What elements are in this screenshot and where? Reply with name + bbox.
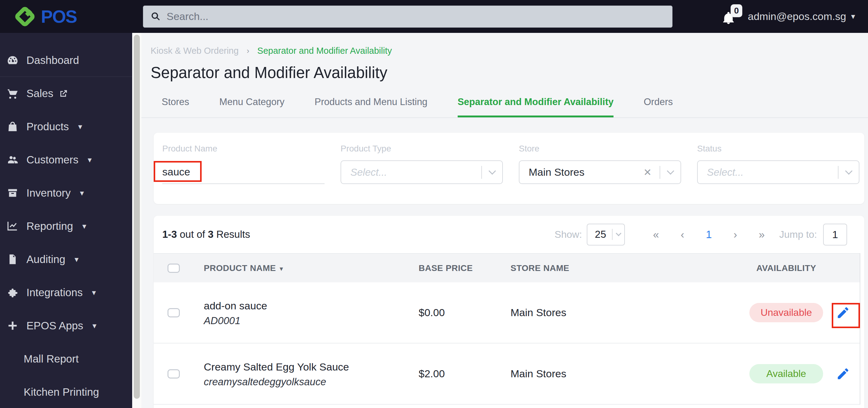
table-row: add-on sauce AD0001 $0.00 Main Stores Un…: [154, 282, 860, 344]
filter-store: Store Main Stores ✕: [519, 144, 681, 204]
document-icon: [6, 253, 19, 266]
epos-logo-icon: [13, 5, 36, 28]
jump-to-label: Jump to:: [779, 229, 817, 240]
results-panel: 1-3out of3Results Show: 25 « ‹ 1 › »: [154, 216, 864, 408]
table-header-row: PRODUCT NAME▾ BASE PRICE STORE NAME AVAI…: [154, 253, 860, 282]
store-name: Main Stores: [510, 307, 747, 319]
caret-down-icon: ▾: [82, 221, 86, 231]
sidebar-item-auditing[interactable]: Auditing ▾: [0, 243, 132, 276]
sort-caret-icon: ▾: [280, 265, 283, 273]
last-page-button[interactable]: »: [758, 228, 766, 241]
chevron-down-icon: [482, 171, 502, 174]
box-icon: [6, 187, 19, 199]
sidebar-item-epos-apps[interactable]: EPOS Apps ▾: [0, 309, 132, 342]
page-title: Separator and Modifier Availability: [151, 64, 868, 82]
chevron-down-icon: [838, 171, 859, 174]
tab-orders[interactable]: Orders: [644, 96, 673, 117]
caret-down-icon: ▾: [88, 155, 92, 165]
tab-stores[interactable]: Stores: [162, 96, 189, 117]
tabs-bar: Stores Menu Category Products and Menu L…: [142, 96, 868, 118]
sidebar-item-mall-report[interactable]: Mall Report: [0, 342, 132, 375]
product-code: AD0001: [204, 315, 418, 326]
sidebar-item-sales[interactable]: Sales: [0, 77, 132, 110]
tab-menu-category[interactable]: Menu Category: [219, 96, 285, 117]
status-placeholder: Select...: [698, 166, 838, 178]
users-icon: [6, 153, 19, 166]
sidebar-item-inventory[interactable]: Inventory ▾: [0, 176, 132, 210]
user-menu[interactable]: admin@epos.com.sg ▾: [748, 10, 855, 23]
filters-panel: Product Name Product Type Select... Stor…: [154, 133, 864, 204]
page-size-select[interactable]: 25: [587, 224, 625, 246]
dashboard-icon: [6, 54, 19, 67]
sidebar-item-kitchen-printing[interactable]: Kitchen Printing: [0, 375, 132, 408]
filter-status: Status Select...: [697, 144, 859, 204]
jump-to-input[interactable]: 1: [823, 224, 847, 246]
table-row: Creamy Salted Egg Yolk Sauce creamysalte…: [154, 344, 860, 405]
pagination: « ‹ 1 › »: [652, 228, 766, 241]
caret-down-icon: ▾: [92, 288, 96, 297]
search-input[interactable]: [143, 5, 673, 28]
sidebar-item-products[interactable]: Products ▾: [0, 110, 132, 143]
product-name: Creamy Salted Egg Yolk Sauce: [204, 360, 418, 374]
show-label: Show:: [555, 229, 582, 240]
store-label: Store: [519, 144, 681, 154]
previous-page-button[interactable]: ‹: [678, 228, 686, 241]
puzzle-icon: [6, 286, 19, 299]
breadcrumb-parent[interactable]: Kiosk & Web Ordering: [151, 46, 239, 56]
app-logo[interactable]: POS: [0, 6, 132, 27]
topbar: POS 0 admin@epos.com.sg ▾: [0, 0, 868, 33]
status-select[interactable]: Select...: [697, 160, 859, 184]
availability-table: PRODUCT NAME▾ BASE PRICE STORE NAME AVAI…: [154, 253, 860, 405]
sidebar-item-dashboard[interactable]: Dashboard: [0, 43, 132, 77]
filter-product-name: Product Name: [162, 144, 324, 204]
column-base-price: BASE PRICE: [418, 263, 510, 273]
store-selected-value: Main Stores: [520, 166, 635, 178]
product-name-input[interactable]: [162, 160, 324, 184]
product-type-label: Product Type: [341, 144, 503, 154]
product-type-select[interactable]: Select...: [341, 160, 503, 184]
main-content: Kiosk & Web Ordering › Separator and Mod…: [142, 33, 868, 408]
caret-down-icon: ▾: [78, 122, 82, 131]
filter-product-type: Product Type Select...: [341, 144, 503, 204]
row-checkbox[interactable]: [167, 308, 180, 317]
scrollbar-thumb[interactable]: [134, 35, 140, 399]
notification-count-badge: 0: [731, 4, 742, 17]
column-product-name[interactable]: PRODUCT NAME▾: [204, 263, 418, 273]
edit-button[interactable]: [825, 306, 860, 320]
store-select[interactable]: Main Stores ✕: [519, 160, 681, 184]
column-availability: AVAILABILITY: [747, 263, 825, 273]
column-store-name: STORE NAME: [510, 263, 747, 273]
sidebar: Dashboard Sales Products ▾ Customers ▾ I…: [0, 33, 132, 408]
user-email: admin@epos.com.sg: [748, 10, 846, 23]
breadcrumb-current: Separator and Modifier Availability: [257, 46, 392, 56]
status-label: Status: [697, 144, 859, 154]
sidebar-item-customers[interactable]: Customers ▾: [0, 143, 132, 176]
select-all-checkbox[interactable]: [167, 263, 180, 273]
results-bar: 1-3out of3Results Show: 25 « ‹ 1 › »: [154, 216, 864, 253]
edit-button[interactable]: [825, 367, 860, 381]
notifications-button[interactable]: 0: [721, 9, 736, 24]
tab-products-and-menu-listing[interactable]: Products and Menu Listing: [315, 96, 428, 117]
caret-down-icon: ▾: [74, 255, 79, 264]
base-price: $2.00: [418, 368, 510, 380]
base-price: $0.00: [418, 307, 510, 319]
tab-separator-and-modifier-availability[interactable]: Separator and Modifier Availability: [458, 96, 614, 117]
row-checkbox[interactable]: [167, 369, 180, 378]
results-count: 1-3out of3Results: [162, 228, 253, 240]
page-size-value: 25: [587, 228, 612, 240]
page-scrollbar: [132, 33, 142, 408]
product-code: creamysaltedeggyolksauce: [204, 376, 418, 388]
current-page[interactable]: 1: [705, 228, 713, 241]
clear-icon[interactable]: ✕: [643, 166, 652, 178]
caret-down-icon: ▾: [80, 188, 84, 198]
next-page-button[interactable]: ›: [731, 228, 739, 241]
search-icon: [150, 11, 161, 23]
sidebar-item-reporting[interactable]: Reporting ▾: [0, 210, 132, 243]
global-search: [143, 5, 673, 28]
first-page-button[interactable]: «: [652, 228, 660, 241]
chevron-down-icon: [613, 234, 624, 236]
chevron-right-icon: ›: [247, 46, 249, 56]
chevron-down-icon: [660, 171, 681, 174]
edit-pencil-icon: [836, 367, 850, 381]
sidebar-item-integrations[interactable]: Integrations ▾: [0, 276, 132, 309]
